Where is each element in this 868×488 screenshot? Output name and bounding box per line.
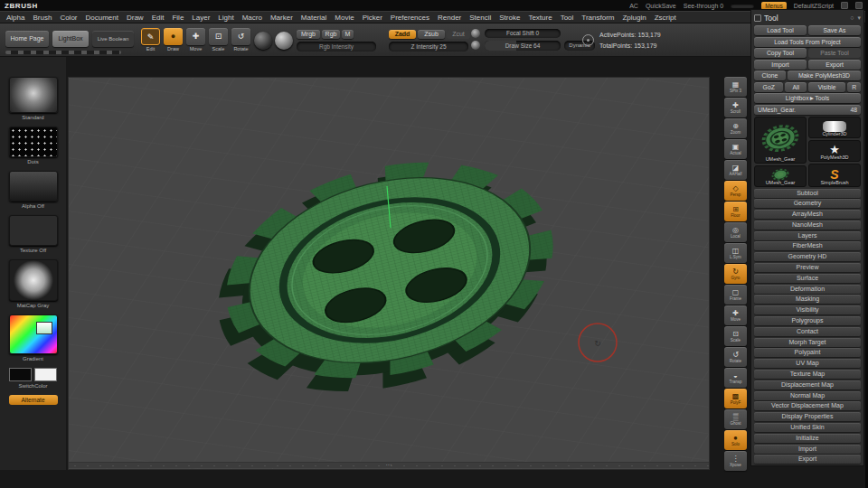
tool-section[interactable]: Subtool (754, 189, 861, 198)
right-shelf-button[interactable]: ◇ Persp (724, 181, 747, 201)
lightbox-button[interactable]: LightBox (52, 31, 89, 47)
right-shelf-button[interactable]: ⋮ Xpose (724, 451, 747, 471)
menu-item[interactable]: Macro (242, 14, 262, 22)
tray-item[interactable]: Alternate (8, 395, 59, 405)
menu-item[interactable]: Texture (528, 14, 552, 22)
menu-item[interactable]: Color (60, 14, 77, 22)
right-shelf-button[interactable]: ◪ AAHalf (724, 160, 747, 180)
tray-thumbnail[interactable] (9, 215, 58, 246)
umesh-gear-thumbnail[interactable]: UMesh_Gear (754, 165, 807, 187)
export-button[interactable]: Export (808, 60, 861, 70)
home-page-button[interactable]: Home Page (5, 31, 49, 47)
material-ball-icon[interactable] (275, 32, 293, 50)
z-intensity-slider[interactable]: Z Intensity 25 (389, 42, 468, 52)
menu-item[interactable]: Render (438, 14, 461, 22)
right-shelf-button[interactable]: ⊡ Scale (724, 326, 747, 346)
menu-item[interactable]: Layer (192, 14, 210, 22)
tray-item[interactable]: Alpha Off (8, 171, 59, 209)
quicksave-button[interactable]: QuickSave (646, 3, 676, 9)
tool-section[interactable]: Geometry HD (754, 252, 861, 261)
focal-shift-slider[interactable]: Focal Shift 0 (485, 29, 561, 38)
right-shelf-button[interactable]: ▢ Frame (724, 285, 747, 305)
import-button[interactable]: Import (754, 60, 807, 70)
tool-section[interactable]: Masking (754, 295, 861, 304)
canvas-scrollbar[interactable]: ··· (69, 462, 709, 468)
live-boolean-button[interactable]: Live Boolean (92, 31, 134, 47)
current-tool-button[interactable]: UMesh_Gear. 48 (754, 105, 861, 115)
right-shelf-button[interactable]: ▣ Actual (724, 139, 747, 159)
tool-section[interactable]: Display Properties (754, 412, 861, 421)
mode-button[interactable]: ● Draw (164, 28, 183, 52)
draw-size-icon[interactable] (471, 41, 480, 50)
right-shelf-button[interactable]: ↺ Rotate (724, 347, 747, 367)
right-shelf-button[interactable]: ◎ Local (724, 222, 747, 242)
menu-item[interactable]: Stencil (469, 14, 491, 22)
zsub-button[interactable]: Zsub (418, 30, 445, 39)
tool-section[interactable]: Geometry (754, 199, 861, 208)
save-as-button[interactable]: Save As (808, 25, 861, 35)
right-shelf-button[interactable]: ⊕ Zoom (724, 118, 747, 138)
palette-collapse-icon[interactable]: ▾ (857, 14, 861, 22)
see-through-slider[interactable] (731, 4, 754, 8)
tray-item[interactable]: Standard (8, 77, 59, 120)
tool-section[interactable]: Morph Target (754, 338, 861, 347)
load-tools-from-project-button[interactable]: Load Tools From Project (754, 37, 861, 47)
make-polymesh3d-button[interactable]: Make PolyMesh3D (788, 70, 861, 80)
right-shelf-button[interactable]: ▒ Ghost (724, 409, 747, 429)
paste-tool-button[interactable]: Paste Tool (808, 48, 861, 58)
tool-section[interactable]: Texture Map (754, 370, 861, 379)
tray-thumbnail[interactable] (9, 171, 58, 202)
goz-all-button[interactable]: All (785, 82, 807, 92)
tool-section[interactable]: FiberMesh (754, 241, 861, 250)
menu-item[interactable]: Brush (33, 14, 52, 22)
tool-section[interactable]: Visibility (754, 305, 861, 314)
rgb-button[interactable]: Rgb (322, 30, 340, 39)
brush-ball-icon[interactable] (254, 32, 272, 50)
tool-section[interactable]: Vector Displacement Map (754, 401, 861, 410)
right-shelf-button[interactable]: ⊞ Floor (724, 202, 747, 221)
right-shelf-button[interactable]: ↻ Gyro (724, 264, 747, 284)
right-shelf-button[interactable]: ▦ SPix 3 (724, 77, 747, 97)
tool-section[interactable]: Deformation (754, 285, 861, 294)
tool-section[interactable]: Surface (754, 274, 861, 283)
menu-item[interactable]: Edit (152, 14, 165, 22)
menu-item[interactable]: File (172, 14, 184, 22)
clone-button[interactable]: Clone (754, 70, 786, 80)
tool-section[interactable]: Unified Skin (754, 423, 861, 432)
menu-item[interactable]: Zscript (655, 14, 676, 22)
tool-section[interactable]: Contact (754, 327, 861, 336)
rgb-intensity-slider[interactable]: Rgb Intensity (297, 42, 376, 52)
tool-section[interactable]: Layers (754, 231, 861, 240)
tool-section[interactable]: ArrayMesh (754, 210, 861, 219)
m-button[interactable]: M (342, 30, 354, 39)
right-shelf-button[interactable]: ▩ PolyF (724, 389, 747, 408)
focal-shift-icon[interactable] (471, 29, 480, 38)
tray-thumbnail[interactable] (9, 259, 58, 301)
menu-item[interactable]: Marker (270, 14, 293, 22)
tool-section[interactable]: Polypaint (754, 348, 861, 357)
tool-section[interactable]: Polygroups (754, 316, 861, 325)
tool-section[interactable]: UV Map (754, 359, 861, 368)
tool-section[interactable]: NanoMesh (754, 221, 861, 230)
menu-item[interactable]: Zplugin (622, 14, 646, 22)
palette-circle-icon[interactable]: ○ (850, 14, 854, 22)
draw-size-slider[interactable]: Draw Size 64 (485, 41, 561, 51)
tray-item[interactable]: Dots (8, 127, 59, 164)
goz-visible-button[interactable]: Visible (808, 82, 845, 92)
mode-button[interactable]: ↺ Rotate (231, 28, 250, 52)
active-tool-thumbnail[interactable]: UMesh_Gear (754, 117, 807, 164)
menu-item[interactable]: Draw (127, 14, 144, 22)
tool-section[interactable]: Preview (754, 263, 861, 272)
lightbox-tools-button[interactable]: Lightbox►Tools (754, 93, 861, 103)
default-zscript-button[interactable]: DefaultZScript (794, 3, 834, 9)
document-canvas[interactable]: ↻ ··· (68, 77, 710, 470)
ac-toggle[interactable]: AC (629, 3, 638, 9)
tool-section[interactable]: Import (754, 445, 861, 454)
tray-item[interactable]: MatCap Gray (8, 259, 59, 308)
menu-item[interactable]: Stroke (499, 14, 520, 22)
tool-section[interactable]: Initialize (754, 434, 861, 443)
right-shelf-button[interactable]: ✚ Move (724, 305, 747, 325)
tray-thumbnail[interactable] (9, 314, 58, 354)
tray-item[interactable]: SwitchColor (8, 368, 59, 389)
right-shelf-button[interactable]: ◫ L.Sym (724, 243, 747, 263)
